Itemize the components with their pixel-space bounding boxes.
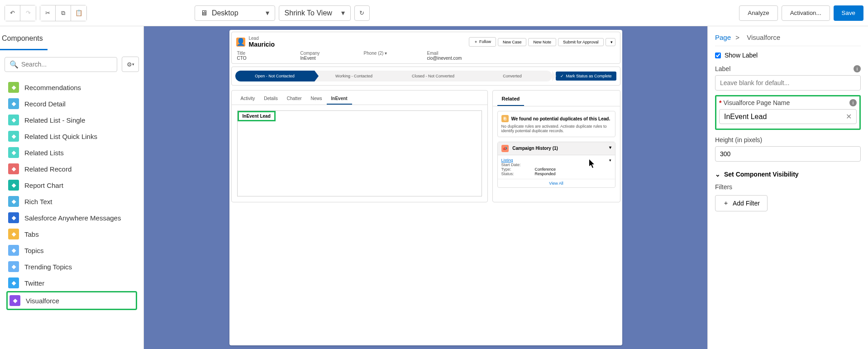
height-input[interactable] [715, 146, 861, 162]
tab-chatter[interactable]: Chatter [282, 93, 306, 105]
label-label: Label [715, 65, 730, 72]
info-icon[interactable]: i [854, 65, 861, 72]
campaign-icon: 📣 [501, 145, 509, 152]
cut-button[interactable]: ✂ [40, 5, 56, 21]
component-icon: ◆ [8, 163, 19, 174]
tab-inevent[interactable]: InEvent [327, 93, 352, 105]
redo-button[interactable]: ↷ [20, 5, 36, 21]
show-label-checkbox[interactable] [715, 53, 721, 58]
component-label: Related Record [24, 165, 72, 173]
component-icon: ◆ [8, 131, 19, 142]
refresh-button[interactable]: ↻ [354, 5, 370, 21]
top-toolbar: ↶ ↷ ✂ ⧉ 📋 🖥 Desktop ▾ Shrink To View ▾ ↻… [0, 0, 868, 26]
visualforce-component[interactable]: InEvent Lead [237, 110, 482, 196]
add-filter-button[interactable]: ＋ Add Filter [715, 195, 768, 211]
zoom-select[interactable]: Shrink To View ▾ [279, 5, 351, 21]
component-icon: ◆ [8, 261, 19, 272]
component-related-list-single[interactable]: ◆Related List - Single [6, 112, 137, 128]
component-label: Rich Text [24, 198, 52, 206]
component-label: Related List Quick Links [24, 133, 97, 140]
visibility-section-toggle[interactable]: ⌄ Set Component Visibility [715, 171, 861, 178]
tab-details[interactable]: Details [259, 93, 282, 105]
component-label: Visualforce [26, 297, 59, 305]
component-related-lists[interactable]: ◆Related Lists [6, 144, 137, 161]
component-related-record[interactable]: ◆Related Record [6, 161, 137, 177]
components-tab[interactable]: Components [0, 26, 48, 50]
component-tabs[interactable]: ◆Tabs [6, 226, 137, 242]
search-input-field[interactable] [21, 61, 112, 68]
tab-activity[interactable]: Activity [236, 93, 260, 105]
title-label: Title [237, 51, 300, 56]
component-icon: ◆ [8, 196, 19, 207]
device-select[interactable]: 🖥 Desktop ▾ [195, 5, 275, 21]
canvas: 👤 Lead Mauricio ＋ Follow New Case New No… [144, 26, 707, 349]
path-stage-closed[interactable]: Closed - Not Converted [394, 71, 473, 81]
title-value: CTO [237, 56, 300, 61]
component-recommendations[interactable]: ◆Recommendations [6, 79, 137, 96]
new-note-button[interactable]: New Note [528, 38, 556, 46]
component-salesforce-anywhere-messages[interactable]: ◆Salesforce Anywhere Messages [6, 210, 137, 226]
email-value[interactable]: cio@inevent.com [427, 56, 491, 61]
component-label: Related Lists [24, 149, 64, 157]
component-topics[interactable]: ◆Topics [6, 242, 137, 258]
copy-button[interactable]: ⧉ [56, 5, 71, 21]
component-related-list-quick-links[interactable]: ◆Related List Quick Links [6, 128, 137, 144]
clear-icon[interactable]: ✕ [846, 112, 852, 121]
submit-approval-button[interactable]: Submit for Approval [558, 38, 604, 46]
mark-complete-button[interactable]: ✓Mark Status as Complete [556, 72, 616, 81]
campaign-listing-link[interactable]: Listing [501, 158, 513, 163]
device-select-label: Desktop [212, 9, 238, 17]
component-label: Recommendations [24, 84, 81, 91]
paste-button[interactable]: 📋 [71, 5, 86, 21]
zoom-select-label: Shrink To View [285, 9, 332, 17]
lead-icon: 👤 [236, 38, 245, 47]
search-input[interactable]: 🔍 [5, 57, 117, 72]
component-label: Tabs [24, 230, 39, 238]
settings-button[interactable]: ⚙▾ [122, 57, 139, 72]
type-value: Conference [535, 167, 556, 172]
chevron-down-icon[interactable]: ▾ [609, 145, 611, 150]
component-icon: ◆ [8, 82, 19, 93]
path-stage-working[interactable]: Working - Contacted [315, 71, 394, 81]
component-icon: ◆ [8, 180, 19, 191]
activation-button[interactable]: Activation... [782, 5, 830, 21]
path-stage-open[interactable]: Open - Not Contacted [235, 71, 315, 81]
check-icon: ✓ [560, 74, 564, 78]
follow-button[interactable]: ＋ Follow [469, 37, 496, 47]
tab-news[interactable]: News [306, 93, 327, 105]
main-tabs-card: Activity Details Chatter News InEvent In… [231, 90, 488, 202]
component-twitter[interactable]: ◆Twitter [6, 275, 137, 291]
component-record-detail[interactable]: ◆Record Detail [6, 96, 137, 112]
chevron-down-icon[interactable]: ▾ [385, 51, 387, 56]
component-trending-topics[interactable]: ◆Trending Topics [6, 258, 137, 275]
component-visualforce[interactable]: ◆Visualforce [6, 291, 137, 310]
company-label: Company [300, 51, 364, 56]
record-header-card: 👤 Lead Mauricio ＋ Follow New Case New No… [231, 32, 620, 64]
filters-label: Filters [715, 183, 861, 191]
component-icon: ◆ [8, 277, 19, 288]
breadcrumb-page[interactable]: Page [715, 33, 731, 41]
view-all-link[interactable]: View All [498, 179, 615, 187]
record-name: Mauricio [249, 41, 275, 48]
component-rich-text[interactable]: ◆Rich Text [6, 193, 137, 210]
vf-page-name-label: Visualforce Page Name [723, 99, 790, 106]
component-icon: ◆ [8, 245, 19, 256]
component-report-chart[interactable]: ◆Report Chart [6, 177, 137, 193]
related-tab[interactable]: Related [497, 92, 525, 106]
campaign-history-header[interactable]: 📣 Campaign History (1) ▾ [498, 142, 615, 155]
component-label: Record Detail [24, 100, 66, 108]
info-icon[interactable]: i [849, 99, 857, 106]
path-stage-converted[interactable]: Converted [473, 71, 552, 81]
more-actions-button[interactable]: ▾ [606, 38, 615, 46]
analyze-button[interactable]: Analyze [739, 5, 777, 21]
component-label: Report Chart [24, 182, 63, 189]
desktop-icon: 🖥 [200, 9, 212, 17]
component-label: Salesforce Anywhere Messages [24, 214, 121, 222]
undo-button[interactable]: ↶ [5, 5, 20, 21]
vf-page-name-input[interactable]: InEvent Lead ✕ [719, 109, 857, 124]
chevron-down-icon[interactable]: ▾ [609, 158, 611, 163]
save-button[interactable]: Save [834, 5, 863, 21]
label-input[interactable] [715, 75, 861, 91]
plus-icon: ＋ [723, 199, 729, 207]
new-case-button[interactable]: New Case [498, 38, 527, 46]
